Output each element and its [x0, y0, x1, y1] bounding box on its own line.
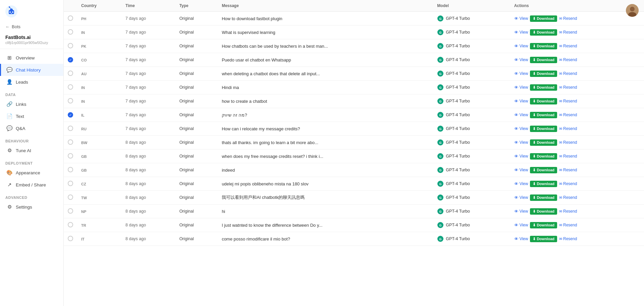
- resend-icon: ✉: [559, 30, 562, 35]
- view-button[interactable]: 👁 View: [514, 126, 528, 131]
- row-checkbox[interactable]: [68, 15, 73, 21]
- download-button[interactable]: ⬇ Download: [530, 222, 557, 228]
- resend-icon: ✉: [559, 44, 562, 48]
- resend-button[interactable]: ✉ Resend: [559, 181, 577, 186]
- nav-label-settings: Settings: [16, 205, 32, 210]
- view-button[interactable]: 👁 View: [514, 168, 528, 173]
- resend-button[interactable]: ✉ Resend: [559, 195, 577, 200]
- sidebar-item-embed-share[interactable]: ↗ Embed / Share: [0, 179, 63, 191]
- row-checkbox[interactable]: [68, 181, 73, 186]
- view-button[interactable]: 👁 View: [514, 71, 528, 76]
- country-cell: TR: [77, 218, 121, 232]
- resend-button[interactable]: ✉ Resend: [559, 168, 577, 172]
- resend-button[interactable]: ✉ Resend: [559, 209, 577, 214]
- view-button[interactable]: 👁 View: [514, 181, 528, 186]
- sidebar-item-links[interactable]: 🔗 Links: [0, 98, 63, 110]
- download-button[interactable]: ⬇ Download: [530, 43, 557, 49]
- bot-name: FastBots.ai: [5, 35, 58, 40]
- message-cell: indeed: [218, 163, 433, 177]
- view-button[interactable]: 👁 View: [514, 113, 528, 118]
- row-checkbox[interactable]: [68, 236, 73, 241]
- row-checkbox[interactable]: [68, 71, 73, 76]
- resend-button[interactable]: ✉ Resend: [559, 30, 577, 35]
- download-button[interactable]: ⬇ Download: [530, 84, 557, 91]
- actions-cell: 👁 View⬇ Download✉ Resend: [510, 39, 644, 53]
- download-button[interactable]: ⬇ Download: [530, 57, 557, 63]
- row-checkbox[interactable]: [68, 84, 73, 90]
- row-checkbox[interactable]: [68, 29, 73, 35]
- row-checkbox[interactable]: [68, 98, 73, 103]
- back-to-bots[interactable]: ← Bots: [0, 21, 63, 32]
- view-button[interactable]: 👁 View: [514, 57, 528, 62]
- row-checkbox[interactable]: [68, 208, 73, 214]
- resend-button[interactable]: ✉ Resend: [559, 85, 577, 90]
- view-button[interactable]: 👁 View: [514, 44, 528, 49]
- resend-button[interactable]: ✉ Resend: [559, 236, 577, 241]
- row-checkbox[interactable]: [68, 167, 73, 172]
- time-cell: 8 days ago: [121, 177, 175, 191]
- row-checkbox[interactable]: [68, 112, 73, 118]
- view-button[interactable]: 👁 View: [514, 99, 528, 104]
- actions-cell: 👁 View⬇ Download✉ Resend: [510, 108, 644, 122]
- resend-button[interactable]: ✉ Resend: [559, 113, 577, 117]
- user-avatar[interactable]: [626, 4, 639, 17]
- row-checkbox[interactable]: [68, 153, 73, 159]
- resend-button[interactable]: ✉ Resend: [559, 126, 577, 131]
- gpt-icon: G: [437, 43, 444, 49]
- resend-button[interactable]: ✉ Resend: [559, 57, 577, 62]
- eye-icon: 👁: [514, 154, 519, 159]
- download-button[interactable]: ⬇ Download: [530, 167, 557, 173]
- view-button[interactable]: 👁 View: [514, 30, 528, 35]
- view-button[interactable]: 👁 View: [514, 140, 528, 145]
- row-checkbox[interactable]: [68, 43, 73, 48]
- row-checkbox[interactable]: [68, 222, 73, 227]
- download-button[interactable]: ⬇ Download: [530, 71, 557, 77]
- sidebar-item-settings[interactable]: ⚙ Settings: [0, 201, 63, 213]
- sidebar-item-text[interactable]: 📄 Text: [0, 110, 63, 122]
- eye-icon: 👁: [514, 30, 519, 35]
- view-button[interactable]: 👁 View: [514, 154, 528, 159]
- row-checkbox[interactable]: [68, 139, 73, 145]
- row-checkbox[interactable]: [68, 194, 73, 200]
- resend-button[interactable]: ✉ Resend: [559, 99, 577, 103]
- view-button[interactable]: 👁 View: [514, 16, 528, 21]
- bot-info: FastBots.ai cllfji1rp0001pr905w5f2uzy: [0, 32, 63, 49]
- resend-button[interactable]: ✉ Resend: [559, 154, 577, 159]
- sidebar-item-overview[interactable]: ⊞ Overview: [0, 52, 63, 64]
- view-button[interactable]: 👁 View: [514, 223, 528, 228]
- view-button[interactable]: 👁 View: [514, 236, 528, 242]
- download-icon: ⬇: [533, 140, 536, 145]
- sidebar-item-tune-ai[interactable]: ⚙ Tune AI: [0, 144, 63, 157]
- svg-point-7: [12, 11, 13, 13]
- sidebar-item-appearance[interactable]: 🎨 Appearance: [0, 167, 63, 179]
- resend-button[interactable]: ✉ Resend: [559, 16, 577, 21]
- download-button[interactable]: ⬇ Download: [530, 194, 557, 201]
- download-icon: ⬇: [533, 223, 536, 227]
- sidebar-item-qa[interactable]: 💬 Q&A: [0, 122, 63, 134]
- download-button[interactable]: ⬇ Download: [530, 112, 557, 118]
- download-button[interactable]: ⬇ Download: [530, 139, 557, 146]
- download-button[interactable]: ⬇ Download: [530, 29, 557, 36]
- resend-button[interactable]: ✉ Resend: [559, 223, 577, 227]
- download-button[interactable]: ⬇ Download: [530, 236, 557, 242]
- resend-button[interactable]: ✉ Resend: [559, 140, 577, 145]
- col-message: Message: [218, 0, 433, 12]
- sidebar-item-chat-history[interactable]: 💬 Chat History: [0, 64, 63, 76]
- download-button[interactable]: ⬇ Download: [530, 181, 557, 187]
- download-button[interactable]: ⬇ Download: [530, 126, 557, 132]
- download-button[interactable]: ⬇ Download: [530, 15, 557, 22]
- qa-icon: 💬: [6, 125, 12, 131]
- resend-button[interactable]: ✉ Resend: [559, 44, 577, 48]
- download-icon: ⬇: [533, 58, 536, 62]
- row-checkbox[interactable]: [68, 57, 73, 62]
- view-button[interactable]: 👁 View: [514, 195, 528, 200]
- download-button[interactable]: ⬇ Download: [530, 208, 557, 215]
- download-button[interactable]: ⬇ Download: [530, 153, 557, 160]
- download-button[interactable]: ⬇ Download: [530, 98, 557, 104]
- view-button[interactable]: 👁 View: [514, 85, 528, 90]
- sidebar-item-leads[interactable]: 👤 Leads: [0, 76, 63, 88]
- model-name: GPT-4 Turbo: [446, 140, 470, 145]
- resend-button[interactable]: ✉ Resend: [559, 71, 577, 76]
- view-button[interactable]: 👁 View: [514, 209, 528, 214]
- row-checkbox[interactable]: [68, 126, 73, 131]
